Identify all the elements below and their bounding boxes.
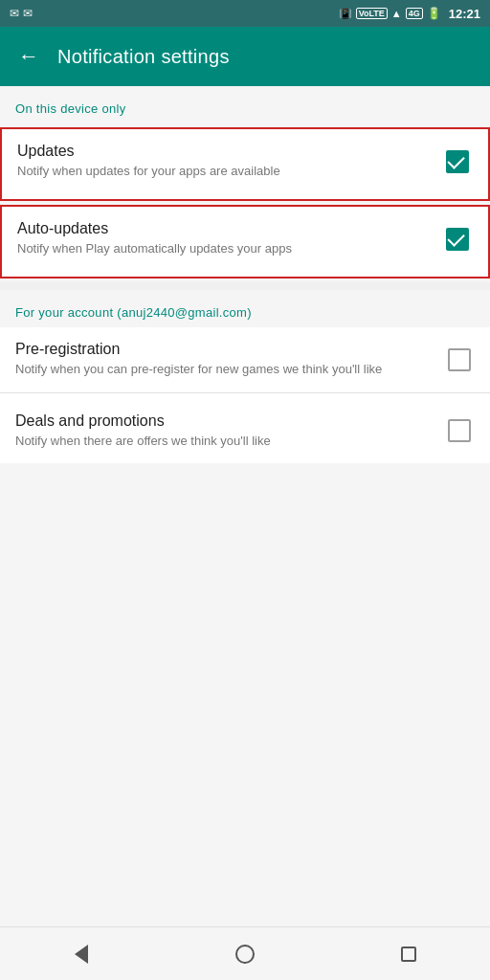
auto-updates-item-wrapper: Auto-updates Notify when Play automatica…	[0, 205, 490, 278]
auto-updates-title: Auto-updates	[17, 220, 431, 237]
volte-icon: VoLTE	[356, 8, 388, 19]
status-bar: ✉ ✉ 📳 VoLTE ▲ 4G 🔋 12:21	[0, 0, 490, 27]
battery-icon: 🔋	[427, 7, 441, 20]
auto-updates-checkbox-checked	[446, 228, 469, 251]
updates-desc: Notify when updates for your apps are av…	[17, 163, 431, 180]
back-nav-button[interactable]	[60, 933, 102, 975]
page-title: Notification settings	[57, 46, 230, 68]
account-section-header: For your account (anuj2440@gmail.com)	[0, 290, 490, 327]
auto-updates-desc: Notify when Play automatically updates y…	[17, 240, 431, 257]
bottom-navigation	[0, 926, 490, 980]
status-bar-right: 📳 VoLTE ▲ 4G 🔋 12:21	[339, 7, 480, 21]
auto-updates-item-text: Auto-updates Notify when Play automatica…	[17, 220, 442, 257]
gmail-icon: ✉	[10, 7, 19, 20]
section-divider	[0, 282, 490, 290]
updates-title: Updates	[17, 143, 431, 160]
pre-registration-item-text: Pre-registration Notify when you can pre…	[15, 341, 444, 378]
time-display: 12:21	[449, 7, 480, 21]
updates-item-text: Updates Notify when updates for your app…	[17, 143, 442, 180]
deals-checkbox[interactable]	[444, 415, 475, 446]
updates-checkbox[interactable]	[442, 146, 473, 177]
recents-nav-icon	[401, 947, 416, 962]
home-nav-button[interactable]	[224, 933, 266, 975]
recents-nav-button[interactable]	[388, 933, 430, 975]
updates-setting-item[interactable]: Updates Notify when updates for your app…	[2, 129, 488, 193]
content-area: On this device only Updates Notify when …	[0, 86, 490, 926]
pre-registration-checkbox-unchecked	[448, 348, 471, 371]
back-button[interactable]: ←	[15, 44, 42, 69]
pre-registration-checkbox[interactable]	[444, 345, 475, 375]
deals-item-text: Deals and promotions Notify when there a…	[15, 412, 444, 450]
updates-checkbox-checked	[446, 150, 469, 173]
status-bar-left: ✉ ✉	[10, 7, 33, 20]
auto-updates-setting-item[interactable]: Auto-updates Notify when Play automatica…	[2, 207, 488, 271]
empty-space	[0, 469, 490, 794]
vibrate-icon: 📳	[339, 8, 352, 20]
deals-title: Deals and promotions	[15, 412, 433, 430]
back-arrow-icon: ←	[18, 44, 39, 68]
pre-registration-desc: Notify when you can pre-register for new…	[15, 361, 433, 378]
home-nav-icon	[235, 945, 255, 964]
deals-checkbox-unchecked	[448, 419, 471, 442]
4g-icon: 4G	[406, 8, 423, 19]
deals-desc: Notify when there are offers we think yo…	[15, 433, 433, 450]
device-section-header: On this device only	[0, 86, 490, 123]
message-icon: ✉	[23, 7, 33, 20]
updates-item-wrapper: Updates Notify when updates for your app…	[0, 127, 490, 201]
back-nav-icon	[75, 945, 88, 964]
deals-setting-item[interactable]: Deals and promotions Notify when there a…	[0, 399, 490, 463]
pre-registration-setting-item[interactable]: Pre-registration Notify when you can pre…	[0, 327, 490, 392]
app-bar: ← Notification settings	[0, 27, 490, 86]
pre-registration-title: Pre-registration	[15, 341, 433, 358]
account-items-container: Pre-registration Notify when you can pre…	[0, 327, 490, 462]
signal-icon: ▲	[391, 8, 402, 19]
auto-updates-checkbox[interactable]	[442, 224, 473, 255]
